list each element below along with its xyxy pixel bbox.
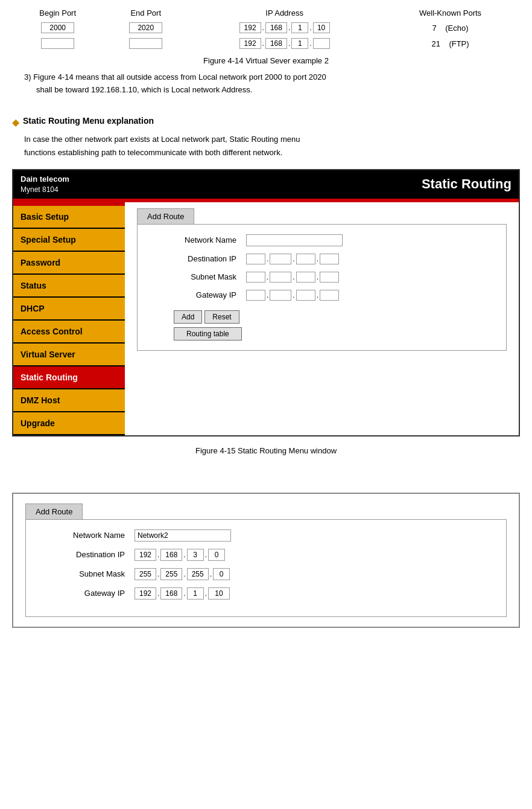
ex-gw-ip2[interactable] [160,587,182,600]
ip-sep: . [157,570,159,578]
ex-gw-ip4[interactable] [208,587,230,600]
begin-port-cell [12,20,103,36]
sidebar-item-password[interactable]: Password [13,252,125,275]
ex-subnet3[interactable] [187,568,209,580]
ip-sep: . [293,291,294,299]
ip-sep: . [262,24,264,32]
gw-ip1[interactable] [246,290,265,301]
destination-ip-label: Destination IP [174,254,246,263]
end-port-cell [103,20,188,36]
table-row: . . . 21 (FTP) [12,36,520,51]
dest-ip2[interactable] [270,254,291,264]
sidebar-item-access-control[interactable]: Access Control [13,321,125,344]
reset-button[interactable]: Reset [204,310,239,324]
ip-sep: . [205,551,207,559]
sidebar-item-virtual-server[interactable]: Virtual Server [13,344,125,366]
example-network-name-row: Network Name [62,529,494,542]
router-page-title: Static Routing [422,176,511,192]
end-port-input[interactable] [129,22,162,33]
sidebar-item-status[interactable]: Status [13,275,125,298]
ip-sep: . [317,255,318,263]
ip-sep: . [157,589,159,598]
ex-dest-ip2[interactable] [160,549,182,561]
example-dest-ip-label: Destination IP [62,550,135,559]
ex-dest-ip4[interactable] [208,549,225,561]
ip-sep: . [183,589,185,598]
network-name-row: Network Name [174,234,494,246]
subnet2[interactable] [270,272,291,283]
end-port-input2[interactable] [129,38,162,49]
ip3-input2[interactable] [291,38,308,49]
ip-cell: . . . [188,20,381,36]
example-gateway-row: Gateway IP . . . [62,587,494,600]
gw-ip4[interactable] [320,290,339,301]
ip-sep: . [183,570,185,578]
ip-sep: . [293,273,294,281]
ip-sep: . [288,39,290,48]
network-name-input[interactable] [246,234,343,246]
example-network-name-input[interactable] [135,529,231,542]
sidebar-item-special-setup[interactable]: Special Setup [13,229,125,252]
add-route-tab[interactable]: Add Route [137,208,194,224]
add-button[interactable]: Add [174,310,202,324]
ex-subnet2[interactable] [160,568,182,580]
ip2-input2[interactable] [265,38,287,49]
ex-dest-ip3[interactable] [187,549,204,561]
begin-port-input2[interactable] [41,38,74,49]
ip2-input[interactable] [265,22,287,33]
section-body-line1: In case the other network part exists at… [24,135,300,144]
ip1-input2[interactable] [239,38,261,49]
gateway-group: . . . [246,290,339,301]
ip-sep: . [309,39,311,48]
ex-dest-ip1[interactable] [135,549,156,561]
add-reset-row: Add Reset [174,310,239,324]
add-route-tab2[interactable]: Add Route [25,504,83,519]
router-brand: Dain telecom Mynet 8104 [21,174,69,195]
gw-ip2[interactable] [270,290,291,301]
ip-sep: . [288,24,290,32]
sidebar-item-static-routing[interactable]: Static Routing [13,366,125,389]
dest-ip1[interactable] [246,254,265,264]
ip3-input[interactable] [291,22,308,33]
ex-subnet1[interactable] [135,568,156,580]
network-name-label: Network Name [174,235,246,245]
gw-ip3[interactable] [296,290,315,301]
ip-sep: . [183,551,185,559]
sidebar-item-dhcp[interactable]: DHCP [13,298,125,321]
subnet3[interactable] [296,272,315,283]
ip1-input[interactable] [239,22,261,33]
ex-gw-ip3[interactable] [187,587,204,600]
ip-sep: . [317,273,318,281]
ip-sep: . [267,291,268,299]
sidebar-item-basic-setup[interactable]: Basic Setup [13,206,125,229]
diamond-icon: ◆ [12,117,19,128]
ex-subnet4[interactable] [213,568,230,580]
router-header: Dain telecom Mynet 8104 Static Routing [13,170,519,199]
example-gateway-group: . . . [135,587,230,600]
col-ip-address: IP Address [188,6,381,20]
form-area: Network Name Destination IP . . . [137,224,507,351]
begin-port-input[interactable] [41,22,74,33]
routing-table-button[interactable]: Routing table [174,327,242,341]
figure-caption-15: Figure 4-15 Static Routing Menu window [12,446,520,455]
subnet1[interactable] [246,272,265,283]
router-sidebar: Basic Setup Special Setup Password Statu… [13,202,125,435]
figure-caption-14: Figure 4-14 Virtual Sever example 2 [12,56,520,65]
ex-gw-ip1[interactable] [135,587,156,600]
ip4-input2[interactable] [313,38,330,49]
dest-ip3[interactable] [296,254,315,264]
section-body-line2: functions establishing path to telecommu… [24,148,282,157]
ip4-input[interactable] [313,22,330,33]
ip-sep: . [210,570,212,578]
sidebar-item-upgrade[interactable]: Upgrade [13,412,125,435]
dest-ip4[interactable] [320,254,339,264]
example-subnet-group: . . . [135,568,230,580]
ip-group2: . . . [239,38,330,49]
example-dest-ip-group: . . . [135,549,225,561]
router-body: Basic Setup Special Setup Password Statu… [13,202,519,435]
well-known-cell: 7 (Echo) [381,20,520,36]
subnet4[interactable] [320,272,339,283]
sidebar-item-dmz-host[interactable]: DMZ Host [13,389,125,412]
router-model: Mynet 8104 [21,185,69,195]
subnet-mask-label: Subnet Mask [174,272,246,281]
